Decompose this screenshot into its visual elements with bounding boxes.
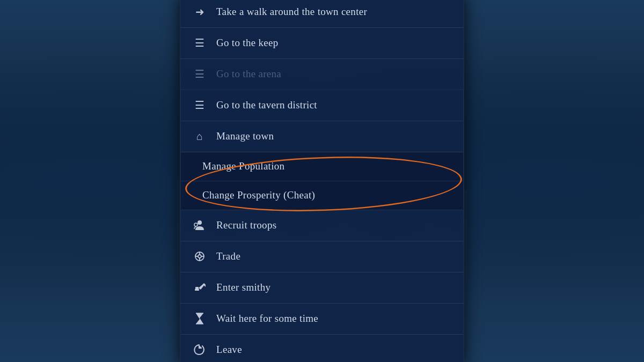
lines-icon-tavern: ☰ <box>192 99 208 112</box>
sub-items-wrapper: Manage Population Change Prosperity (Che… <box>181 152 463 210</box>
menu-item-recruit[interactable]: Recruit troops <box>181 210 463 241</box>
lines-icon-arena: ☰ <box>192 68 208 80</box>
menu-item-arena: ☰ Go to the arena <box>181 59 463 90</box>
house-icon: ⌂ <box>192 130 208 143</box>
hourglass-icon <box>192 313 208 324</box>
menu-label-manage-town: Manage town <box>216 130 274 142</box>
menu-label-keep: Go to the keep <box>216 37 279 49</box>
menu-label-wait: Wait here for some time <box>216 313 318 324</box>
menu-item-tavern[interactable]: ☰ Go to the tavern district <box>181 90 463 121</box>
svg-point-23 <box>197 220 202 225</box>
menu-item-manage-population[interactable]: Manage Population <box>181 152 463 181</box>
menu-label-smithy: Enter smithy <box>216 282 270 293</box>
menu-label-manage-population: Manage Population <box>202 160 284 172</box>
menu-item-keep[interactable]: ☰ Go to the keep <box>181 28 463 59</box>
svg-rect-32 <box>195 287 199 290</box>
menu-label-arena: Go to the arena <box>216 68 281 80</box>
svg-point-24 <box>194 223 197 226</box>
arrow-right-icon: ➜ <box>192 5 208 18</box>
menu-label-recruit: Recruit troops <box>216 219 276 231</box>
menu-label-change-prosperity: Change Prosperity (Cheat) <box>202 189 315 201</box>
menu-item-walk[interactable]: ➜ Take a walk around the town center <box>181 0 463 28</box>
menu-label-trade: Trade <box>216 250 240 262</box>
smithy-icon <box>192 282 208 293</box>
svg-point-26 <box>198 255 201 258</box>
menu-label-leave: Leave <box>216 344 242 356</box>
menu-item-trade[interactable]: Trade <box>181 241 463 272</box>
menu-item-manage-town[interactable]: ⌂ Manage town <box>181 121 463 152</box>
trade-icon <box>192 250 208 262</box>
menu-item-leave[interactable]: Leave <box>181 335 463 363</box>
menu-item-wait[interactable]: Wait here for some time <box>181 304 463 335</box>
action-menu: ➜ Take a walk around the town center ☰ G… <box>180 0 464 362</box>
lines-icon-keep: ☰ <box>192 36 208 49</box>
leave-icon <box>192 344 208 356</box>
menu-item-change-prosperity[interactable]: Change Prosperity (Cheat) <box>181 181 463 210</box>
menu-label-tavern: Go to the tavern district <box>216 99 317 111</box>
person-icon <box>192 219 208 231</box>
menu-label-walk: Take a walk around the town center <box>216 6 367 18</box>
menu-item-smithy[interactable]: Enter smithy <box>181 272 463 304</box>
